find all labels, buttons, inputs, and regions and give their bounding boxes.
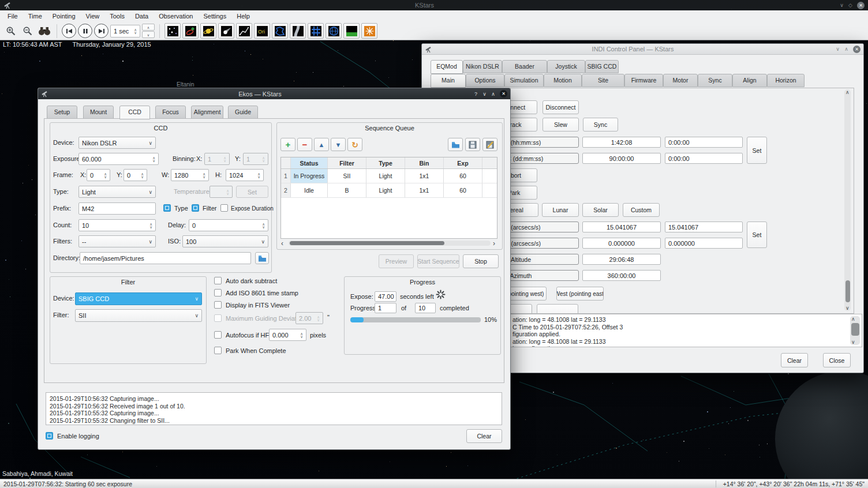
tab-site-management[interactable]: Site Management xyxy=(582,74,624,87)
prefix-field[interactable]: M42 xyxy=(78,202,156,215)
restore-icon[interactable]: ∧ xyxy=(842,46,851,52)
sequence-table[interactable]: Status Filter Type Bin Exp 1 In Progress… xyxy=(280,157,497,239)
move-job-down-icon[interactable]: ▼ xyxy=(331,138,346,151)
save-sequence-icon[interactable] xyxy=(465,138,480,151)
menu-view[interactable]: View xyxy=(81,13,105,20)
delay-spinbox[interactable]: 0 xyxy=(189,219,268,231)
shade-icon[interactable]: ∨ xyxy=(480,91,489,97)
close-icon[interactable]: ✕ xyxy=(853,46,860,53)
zoom-out-icon[interactable] xyxy=(20,24,35,39)
ra-target-field[interactable]: 0:00:00 xyxy=(665,137,743,148)
ekos-clear-button[interactable]: Clear xyxy=(466,429,502,443)
iso-select[interactable]: 100 xyxy=(182,235,268,247)
de-rate-value-field[interactable]: 0.000000 xyxy=(582,238,661,249)
tab-horizon[interactable]: Horizon xyxy=(767,74,805,87)
rate-set-button[interactable]: Set xyxy=(747,222,767,248)
menu-tools[interactable]: Tools xyxy=(104,13,130,20)
enable-logging-checkbox[interactable] xyxy=(46,432,53,440)
prefix-expose-checkbox[interactable] xyxy=(220,204,228,212)
save-sequence-as-icon[interactable] xyxy=(482,138,497,151)
help-icon[interactable]: ? xyxy=(472,91,480,97)
tab-joystick[interactable]: Joystick xyxy=(547,60,585,73)
time-step-input[interactable]: 1 sec xyxy=(110,25,140,37)
prefix-type-checkbox[interactable] xyxy=(163,204,171,212)
step-up-icon[interactable]: ∧ xyxy=(142,24,155,31)
filter-device-select[interactable]: SBIG CCD xyxy=(75,292,202,305)
reset-jobs-icon[interactable]: ↻ xyxy=(347,138,362,151)
tab-main-control[interactable]: Main Control xyxy=(431,74,466,88)
shade-icon[interactable]: ∨ xyxy=(833,46,842,52)
close-icon[interactable]: ✕ xyxy=(857,2,865,9)
zoom-in-icon[interactable] xyxy=(3,24,18,39)
frame-type-select[interactable]: Light xyxy=(78,186,156,198)
fits-viewer-checkbox[interactable] xyxy=(214,301,222,309)
tab-simulation[interactable]: Simulation xyxy=(504,74,544,87)
toggle-stars-icon[interactable] xyxy=(164,23,181,39)
toggle-constellation-lines-icon[interactable] xyxy=(236,23,252,39)
col-type[interactable]: Type xyxy=(366,157,405,168)
tab-setup[interactable]: Setup xyxy=(47,106,77,119)
toggle-supernovae-icon[interactable] xyxy=(361,23,377,39)
indi-log-scrollbar[interactable]: ∧ ∨ xyxy=(850,316,860,345)
tab-nikon-dslr[interactable]: Nikon DSLR xyxy=(463,60,502,73)
frame-w-spinbox[interactable]: 1280 xyxy=(171,169,209,181)
close-icon[interactable]: ✕ xyxy=(500,90,507,97)
scroll-down-icon[interactable]: ∨ xyxy=(851,339,855,345)
guiding-deviation-checkbox[interactable] xyxy=(214,314,222,322)
frame-y-spinbox[interactable]: 0 xyxy=(124,169,147,181)
tab-motor-status[interactable]: Motor Status xyxy=(663,74,698,87)
toggle-planets-icon[interactable] xyxy=(200,23,216,39)
tab-align[interactable]: Align xyxy=(732,74,767,87)
toggle-constellation-boundaries-icon[interactable] xyxy=(272,23,288,39)
ra-value-field[interactable]: 1:42:08 xyxy=(582,137,661,148)
menu-observation[interactable]: Observation xyxy=(154,13,198,20)
prefix-filter-checkbox[interactable] xyxy=(192,204,199,212)
move-job-up-icon[interactable]: ▲ xyxy=(314,138,329,151)
frame-h-spinbox[interactable]: 1024 xyxy=(226,169,264,181)
scroll-right-icon[interactable]: › xyxy=(493,241,495,246)
minimize-icon[interactable]: ∨ xyxy=(837,2,846,8)
maximize-icon[interactable]: ◇ xyxy=(846,2,855,8)
tab-sync[interactable]: Sync xyxy=(698,74,732,87)
scrollbar-thumb[interactable] xyxy=(851,323,859,336)
step-down-icon[interactable]: ∨ xyxy=(142,31,155,38)
park-checkbox[interactable] xyxy=(214,347,222,354)
col-filter[interactable]: Filter xyxy=(328,157,366,168)
toggle-deep-sky-objects-icon[interactable] xyxy=(182,23,199,39)
dec-target-field[interactable]: 0:00:00 xyxy=(665,153,743,164)
indi-close-button[interactable]: Close xyxy=(823,353,851,367)
tab-alignment[interactable]: Alignment xyxy=(191,106,223,119)
toggle-milky-way-icon[interactable] xyxy=(290,23,306,39)
browse-directory-icon[interactable] xyxy=(255,252,269,264)
slew-button[interactable]: Slew xyxy=(542,118,579,132)
dec-value-field[interactable]: 90:00:00 xyxy=(582,153,661,164)
stop-button[interactable]: Stop xyxy=(463,254,499,268)
count-spinbox[interactable]: 10 xyxy=(78,219,156,231)
main-titlebar[interactable]: KStars ∨ ◇ ✕ xyxy=(0,0,868,10)
remove-job-icon[interactable]: − xyxy=(297,138,312,151)
scroll-down-icon[interactable]: ∨ xyxy=(845,305,850,311)
lunar-button[interactable]: Lunar xyxy=(542,203,579,217)
tab-mount[interactable]: Mount xyxy=(83,106,114,119)
autofocus-checkbox[interactable] xyxy=(214,331,222,339)
tab-motion-control[interactable]: Motion Control xyxy=(544,74,582,87)
hfr-spinbox[interactable]: 0.000 xyxy=(269,329,306,341)
scroll-up-icon[interactable]: ∧ xyxy=(845,89,850,95)
menu-time[interactable]: Time xyxy=(23,13,47,20)
ra-rate-value-field[interactable]: 15.041067 xyxy=(582,222,661,232)
tab-sbig-ccd[interactable]: SBIG CCD xyxy=(585,60,619,73)
tab-baader-steeldrive[interactable]: Baader SteelDrive xyxy=(502,60,547,73)
iso8601-checkbox[interactable] xyxy=(214,289,222,296)
menu-settings[interactable]: Settings xyxy=(198,13,231,20)
directory-field[interactable]: /home/jasem/Pictures xyxy=(80,252,251,264)
menu-file[interactable]: File xyxy=(2,13,23,20)
disconnect-button[interactable]: Disconnect xyxy=(542,100,579,114)
menu-help[interactable]: Help xyxy=(231,13,255,20)
filters-select[interactable]: -- xyxy=(78,235,156,247)
de-rate-target-field[interactable]: 0.000000 xyxy=(665,238,743,249)
solar-button[interactable]: Solar xyxy=(582,203,619,217)
start-sequence-button[interactable]: Start Sequence xyxy=(417,254,459,268)
filter-select[interactable]: SII xyxy=(75,309,202,322)
menu-pointing[interactable]: Pointing xyxy=(47,13,81,20)
toggle-horizontal-grid-icon[interactable] xyxy=(326,23,342,39)
